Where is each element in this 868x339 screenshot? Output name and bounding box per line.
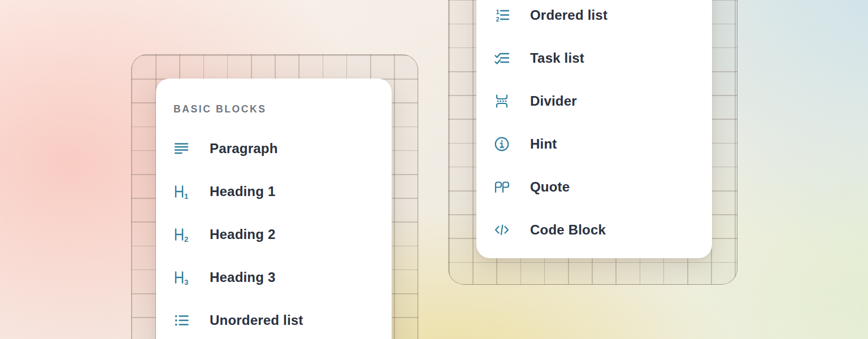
svg-text:2: 2 (496, 16, 500, 23)
menu-item-list: Paragraph 1 Heading 1 2 Heading 2 (156, 127, 392, 339)
quote-icon (494, 179, 510, 195)
menu-item-unordered-list[interactable]: Unordered list (156, 299, 392, 339)
unordered-list-icon (173, 312, 189, 328)
menu-item-quote[interactable]: Quote (476, 166, 712, 208)
menu-item-divider[interactable]: Divider (476, 80, 712, 123)
divider-icon (494, 93, 510, 109)
menu-item-hint[interactable]: Hint (476, 123, 712, 166)
menu-item-heading-2[interactable]: 2 Heading 2 (156, 213, 392, 256)
menu-item-label: Task list (530, 50, 584, 66)
menu-item-heading-3[interactable]: 3 Heading 3 (156, 256, 392, 299)
svg-text:1: 1 (184, 192, 188, 200)
heading-3-icon: 3 (173, 270, 189, 285)
block-menu-basic-blocks: BASIC BLOCKS Paragraph 1 Heading 1 (156, 79, 392, 339)
task-list-icon (494, 50, 510, 66)
menu-item-task-list[interactable]: Task list (476, 37, 712, 80)
code-block-icon (494, 222, 510, 238)
heading-2-icon: 2 (173, 227, 189, 242)
menu-item-label: Unordered list (210, 312, 303, 328)
block-menu-more-blocks: 1 2 Ordered list Task list (476, 0, 712, 258)
svg-text:1: 1 (496, 8, 500, 15)
menu-item-label: Code Block (530, 222, 606, 238)
ordered-list-icon: 1 2 (494, 7, 510, 23)
menu-item-label: Divider (530, 93, 577, 109)
paragraph-icon (173, 141, 189, 157)
menu-item-paragraph[interactable]: Paragraph (156, 127, 392, 170)
menu-item-label: Heading 2 (210, 227, 276, 242)
gradient-background (0, 0, 868, 339)
menu-item-list: 1 2 Ordered list Task list (476, 0, 712, 251)
menu-item-label: Heading 1 (210, 184, 276, 199)
svg-text:2: 2 (184, 235, 188, 243)
menu-item-label: Hint (530, 136, 557, 152)
heading-1-icon: 1 (173, 184, 189, 199)
svg-text:3: 3 (184, 278, 188, 286)
menu-item-label: Heading 3 (210, 270, 276, 285)
menu-item-ordered-list[interactable]: 1 2 Ordered list (476, 0, 712, 37)
menu-item-label: Ordered list (530, 7, 607, 23)
menu-item-label: Paragraph (210, 141, 278, 157)
hint-icon (494, 136, 510, 152)
section-label: BASIC BLOCKS (173, 100, 392, 118)
menu-item-heading-1[interactable]: 1 Heading 1 (156, 170, 392, 213)
menu-item-code-block[interactable]: Code Block (476, 208, 712, 251)
menu-item-label: Quote (530, 179, 570, 195)
